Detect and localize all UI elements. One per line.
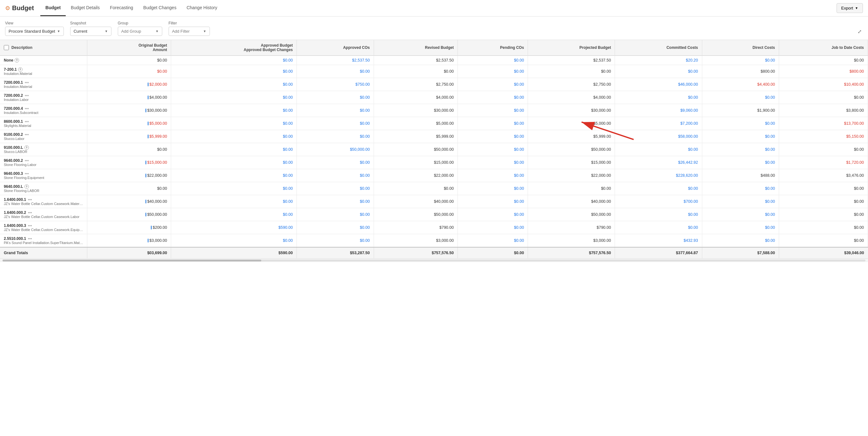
cell-value: $800.00 [779,65,868,78]
snapshot-dropdown-icon: ▼ [105,30,108,33]
drag-handle[interactable] [146,200,146,203]
group-select[interactable]: Add Group ▼ [118,27,162,36]
cell-value: $0.00 [171,182,297,195]
ellipsis-menu[interactable]: ••• [27,236,33,241]
cell-description: 2.5510.000.1•••PA's Sound Panel Installa… [0,234,87,247]
drag-handle[interactable] [148,82,149,86]
cell-value: $30,000.00 [87,104,171,117]
ellipsis-menu[interactable]: ••• [24,93,30,98]
help-icon[interactable]: ? [25,185,29,189]
cell-value: $5,000.00 [528,117,615,130]
cell-value: $40,000.00 [87,195,171,208]
cell-value: $0.00 [458,117,528,130]
ellipsis-menu[interactable]: ••• [24,119,30,124]
drag-handle[interactable] [146,174,146,177]
cell-value: $0.00 [458,104,528,117]
grand-totals-approved-changes: $590.00 [171,247,297,258]
cell-value: $0.00 [171,195,297,208]
table-row: 9640.000.2•••Stone Flooring.Labor$15,000… [0,156,868,169]
grand-totals-direct: $7,588.00 [702,247,779,258]
filter-dropdown-icon: ▼ [203,30,206,33]
horizontal-scrollbar[interactable] [0,258,868,262]
tab-change-history[interactable]: Change History [182,0,222,16]
drag-handle[interactable] [146,108,146,112]
tab-budget-changes[interactable]: Budget Changes [138,0,181,16]
cell-value: $0.00 [528,182,615,195]
cell-value: $2,537.50 [374,56,458,65]
cell-value: $58,000.00 [615,130,702,143]
select-all-checkbox[interactable] [4,45,9,50]
help-icon[interactable]: ? [18,67,23,72]
cell-value: $0.00 [458,156,528,169]
cell-value: $0.00 [702,91,779,104]
drag-handle[interactable] [148,239,149,242]
cell-value: $0.00 [297,65,374,78]
tab-budget[interactable]: Budget [40,0,66,16]
tab-forecasting[interactable]: Forecasting [105,0,138,16]
export-button[interactable]: Export ▼ [837,3,863,13]
cell-description: 7200.000.2•••Insulation.Labor [0,91,87,104]
cell-description: 1.6400.000.2•••JZ's Water Bottle Cellar.… [0,208,87,221]
ellipsis-menu[interactable]: ••• [24,80,30,85]
cell-value: $800.00 [702,65,779,78]
help-icon[interactable]: ? [25,145,29,150]
cell-value: $3,800.00 [779,104,868,117]
scrollbar-track[interactable] [3,260,865,262]
cell-value: $0.00 [779,182,868,195]
group-dropdown-icon: ▼ [156,30,159,33]
ellipsis-menu[interactable]: ••• [24,106,30,111]
drag-handle[interactable] [146,212,146,216]
cell-value: $2,750.00 [374,78,458,91]
snapshot-label: Snapshot [70,21,112,25]
snapshot-select[interactable]: Current ▼ [70,27,112,36]
main-nav: Budget Budget Details Forecasting Budget… [40,0,837,16]
filter-label: Filter [168,21,210,25]
view-select[interactable]: Procore Standard Budget ▼ [5,27,64,36]
view-label: View [5,21,64,25]
cell-value: $1,900.00 [702,104,779,117]
grand-totals-label: Grand Totals [0,247,87,258]
cell-value: $0.00 [458,234,528,247]
col-original-budget-header: Original BudgetAmount [87,40,171,56]
snapshot-filter-group: Snapshot Current ▼ [70,21,112,36]
table-row: 7-200.1?Insulation.Material$0.00$0.00$0.… [0,65,868,78]
ellipsis-menu[interactable]: ••• [24,132,30,137]
cell-value: $0.00 [458,56,528,65]
table-row: None?$0.00$0.00$2,537.50$2,537.50$0.00$2… [0,56,868,65]
cell-description: 9640.000.3•••Stone Flooring.Equipment [0,169,87,182]
table-container: Description Original BudgetAmount Approv… [0,40,868,258]
ellipsis-menu[interactable]: ••• [27,197,33,202]
grand-totals-original: $03,699.00 [87,247,171,258]
cell-value: $0.00 [458,130,528,143]
cell-value: $15,000.00 [528,156,615,169]
cell-value: $0.00 [458,195,528,208]
ellipsis-menu[interactable]: ••• [24,171,30,176]
cell-value: $0.00 [615,91,702,104]
cell-value: $0.00 [779,91,868,104]
help-icon[interactable]: ? [14,58,19,63]
drag-handle[interactable] [146,161,146,164]
grand-totals-pending: $0.00 [458,247,528,258]
tab-budget-details[interactable]: Budget Details [66,0,105,16]
drag-handle[interactable] [148,135,149,138]
cell-value: $4,000.00 [87,91,171,104]
grand-totals-committed: $377,664.87 [615,247,702,258]
ellipsis-menu[interactable]: ••• [27,210,33,215]
logo-area: ⚙ Budget [5,4,34,12]
scrollbar-thumb[interactable] [3,260,261,262]
drag-handle[interactable] [151,226,152,229]
table-row: 7200.000.1•••Insulation.Material$2,000.0… [0,78,868,91]
drag-handle[interactable] [148,122,149,125]
ellipsis-menu[interactable]: ••• [27,224,33,228]
cell-value: $0.00 [171,117,297,130]
cell-value: $0.00 [297,117,374,130]
cell-value: $15,000.00 [374,156,458,169]
cell-value: $0.00 [374,65,458,78]
cell-value: $790.00 [374,221,458,234]
expand-button[interactable]: ⤢ [856,27,863,36]
cell-value: $40,000.00 [528,195,615,208]
drag-handle[interactable] [148,96,149,99]
filter-select[interactable]: Add Filter ▼ [168,27,210,36]
ellipsis-menu[interactable]: ••• [24,158,30,163]
cell-value: $13,700.00 [779,117,868,130]
